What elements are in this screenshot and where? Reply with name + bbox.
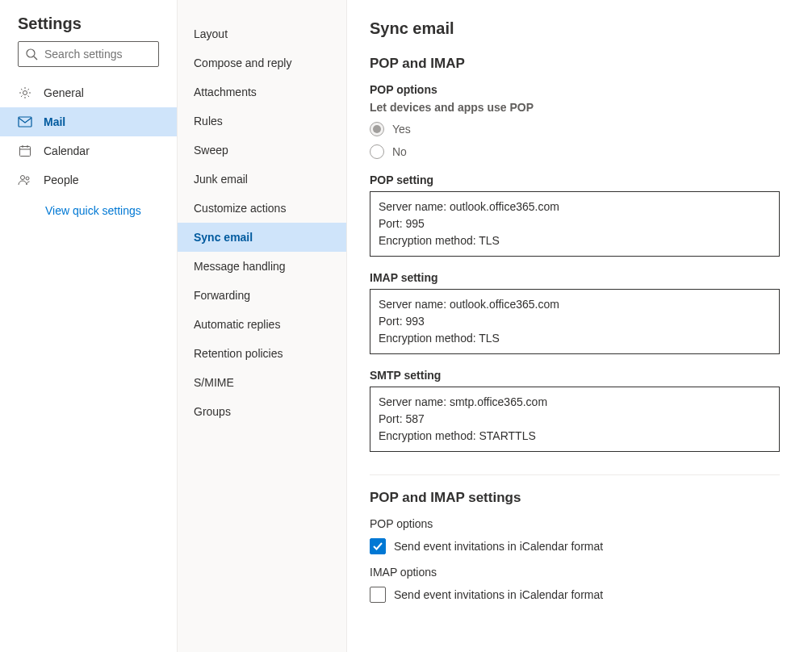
search-settings-box[interactable] (18, 41, 159, 67)
pop-server: Server name: outlook.office365.com (379, 199, 771, 215)
section-pop-imap-heading: POP and IMAP (370, 56, 780, 72)
category-mail[interactable]: Mail (0, 107, 177, 136)
smtp-enc: Encryption method: STARTTLS (379, 428, 771, 445)
search-input[interactable] (43, 47, 152, 61)
radio-icon (370, 122, 384, 136)
smtp-port: Port: 587 (379, 411, 771, 428)
smtp-setting-title: SMTP setting (370, 369, 780, 382)
pop-port: Port: 995 (379, 215, 771, 232)
checkbox-label: Send event invitations in iCalendar form… (394, 540, 603, 553)
people-icon (18, 174, 32, 186)
settings-app: Settings General Mail Calendar (0, 0, 812, 652)
pop-ical-checkbox-row[interactable]: Send event invitations in iCalendar form… (370, 538, 780, 554)
pop-radio-yes[interactable]: Yes (370, 122, 780, 136)
checkbox-label: Send event invitations in iCalendar form… (394, 588, 603, 601)
sub-item-attachments[interactable]: Attachments (178, 77, 346, 107)
checkbox-unchecked-icon (370, 587, 386, 603)
sub-item-layout[interactable]: Layout (178, 19, 346, 48)
gear-icon (18, 86, 32, 99)
svg-point-0 (27, 49, 35, 57)
category-general[interactable]: General (0, 78, 177, 107)
sub-item-groups[interactable]: Groups (178, 397, 346, 426)
sub-item-message-handling[interactable]: Message handling (178, 252, 346, 281)
svg-point-9 (26, 177, 29, 180)
sub-item-compose-and-reply[interactable]: Compose and reply (178, 48, 346, 77)
settings-category-panel: Settings General Mail Calendar (0, 0, 178, 652)
pop-setting-title: POP setting (370, 173, 780, 186)
sub-item-sync-email[interactable]: Sync email (178, 223, 346, 252)
settings-title: Settings (0, 15, 177, 41)
pop-options-label-2: POP options (370, 517, 780, 530)
sub-item-sweep[interactable]: Sweep (178, 136, 346, 165)
pop-enc: Encryption method: TLS (379, 232, 771, 249)
sub-item-automatic-replies[interactable]: Automatic replies (178, 310, 346, 339)
pop-options-label: POP options (370, 83, 780, 96)
imap-ical-checkbox-row[interactable]: Send event invitations in iCalendar form… (370, 587, 780, 603)
category-people[interactable]: People (0, 165, 177, 194)
sub-item-forwarding[interactable]: Forwarding (178, 281, 346, 310)
checkbox-checked-icon (370, 538, 386, 554)
svg-line-1 (34, 56, 37, 60)
imap-setting-box: Server name: outlook.office365.com Port:… (370, 289, 780, 354)
pop-radio-no[interactable]: No (370, 144, 780, 159)
settings-subsection-panel: Layout Compose and reply Attachments Rul… (178, 0, 347, 652)
calendar-icon (18, 144, 32, 157)
category-label: Mail (44, 115, 65, 128)
svg-point-2 (23, 91, 27, 95)
category-label: General (44, 86, 84, 99)
category-label: People (44, 173, 79, 186)
svg-rect-3 (19, 117, 31, 127)
pop-setting-box: Server name: outlook.office365.com Port:… (370, 191, 780, 257)
sub-item-rules[interactable]: Rules (178, 107, 346, 136)
imap-port: Port: 993 (379, 313, 771, 330)
section-divider (370, 474, 780, 475)
settings-content-panel: Sync email POP and IMAP POP options Let … (347, 0, 812, 652)
page-title: Sync email (370, 19, 780, 38)
sub-item-customize-actions[interactable]: Customize actions (178, 194, 346, 223)
imap-server: Server name: outlook.office365.com (379, 296, 771, 313)
search-icon (25, 48, 38, 61)
section-pop-imap-settings-heading: POP and IMAP settings (370, 490, 780, 506)
pop-options-sublabel: Let devices and apps use POP (370, 101, 780, 114)
mail-icon (18, 116, 32, 127)
sub-item-s-mime[interactable]: S/MIME (178, 368, 346, 397)
sub-item-junk-email[interactable]: Junk email (178, 165, 346, 194)
radio-icon (370, 144, 384, 159)
category-label: Calendar (44, 144, 90, 157)
category-calendar[interactable]: Calendar (0, 136, 177, 165)
imap-options-label-2: IMAP options (370, 566, 780, 579)
imap-enc: Encryption method: TLS (379, 330, 771, 347)
svg-rect-4 (20, 147, 31, 157)
smtp-setting-box: Server name: smtp.office365.com Port: 58… (370, 387, 780, 452)
imap-setting-title: IMAP setting (370, 271, 780, 284)
radio-label: No (392, 145, 407, 158)
smtp-server: Server name: smtp.office365.com (379, 394, 771, 411)
view-quick-settings-link[interactable]: View quick settings (0, 194, 177, 217)
svg-point-8 (21, 176, 25, 180)
sub-item-retention-policies[interactable]: Retention policies (178, 339, 346, 368)
radio-label: Yes (392, 123, 411, 136)
